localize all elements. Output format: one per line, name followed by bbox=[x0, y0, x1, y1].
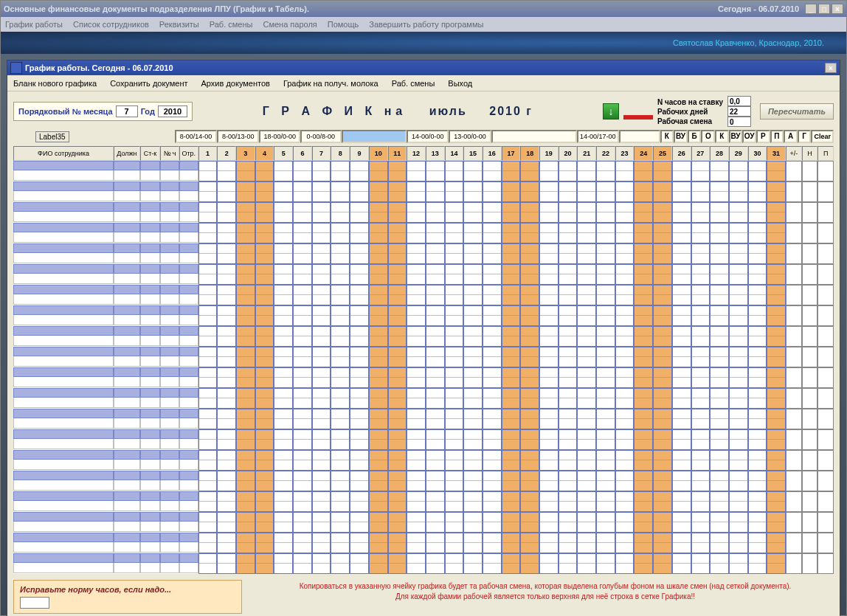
day-cell[interactable] bbox=[463, 553, 483, 574]
day-cell[interactable] bbox=[369, 264, 388, 285]
day-cell[interactable] bbox=[483, 243, 502, 264]
day-cell[interactable] bbox=[426, 161, 445, 181]
day-cell[interactable] bbox=[767, 264, 786, 285]
cell-fio[interactable] bbox=[13, 326, 114, 347]
day-cell[interactable] bbox=[653, 512, 672, 533]
day-cell[interactable] bbox=[274, 326, 293, 347]
day-cell[interactable] bbox=[293, 367, 312, 388]
day-cell[interactable] bbox=[748, 202, 767, 223]
day-cell[interactable] bbox=[463, 512, 483, 533]
outer-menu-item[interactable]: Раб. смены bbox=[210, 20, 253, 29]
day-cell[interactable] bbox=[312, 285, 331, 305]
day-cell[interactable] bbox=[293, 388, 312, 409]
day-cell[interactable] bbox=[483, 367, 502, 388]
code-button-ву[interactable]: ВУ bbox=[729, 130, 743, 143]
day-cell[interactable] bbox=[236, 471, 255, 491]
day-cell[interactable] bbox=[312, 223, 331, 243]
cell-hours[interactable] bbox=[160, 347, 179, 367]
day-cell[interactable] bbox=[388, 285, 407, 305]
day-cell[interactable] bbox=[672, 202, 691, 223]
day-cell[interactable] bbox=[596, 347, 615, 367]
day-cell[interactable] bbox=[672, 367, 691, 388]
day-cell[interactable] bbox=[710, 243, 729, 264]
day-cell[interactable] bbox=[369, 161, 388, 181]
day-cell[interactable] bbox=[520, 409, 539, 429]
day-cell[interactable] bbox=[350, 533, 369, 553]
day-cell[interactable] bbox=[350, 553, 369, 574]
cell-fio[interactable] bbox=[13, 285, 114, 305]
day-cell[interactable] bbox=[539, 409, 559, 429]
day-cell[interactable] bbox=[198, 450, 218, 471]
day-cell[interactable] bbox=[672, 409, 691, 429]
day-cell[interactable] bbox=[407, 471, 426, 491]
day-cell[interactable] bbox=[502, 243, 521, 264]
day-cell[interactable] bbox=[312, 202, 331, 223]
day-cell[interactable] bbox=[615, 223, 635, 243]
cell-dep[interactable] bbox=[179, 202, 198, 223]
day-cell[interactable] bbox=[634, 429, 653, 450]
day-cell[interactable] bbox=[236, 388, 255, 409]
shift-value[interactable] bbox=[727, 117, 751, 127]
day-cell[interactable] bbox=[559, 264, 578, 285]
cell-hours[interactable] bbox=[160, 243, 179, 264]
day-cell[interactable] bbox=[388, 264, 407, 285]
day-cell[interactable] bbox=[198, 326, 218, 347]
day-cell[interactable] bbox=[559, 202, 578, 223]
day-cell[interactable] bbox=[653, 367, 672, 388]
cell-fio[interactable] bbox=[13, 409, 114, 429]
day-cell[interactable] bbox=[388, 553, 407, 574]
day-cell[interactable] bbox=[559, 305, 578, 326]
day-cell[interactable] bbox=[426, 285, 445, 305]
day-cell[interactable] bbox=[255, 409, 274, 429]
day-cell[interactable] bbox=[520, 161, 539, 181]
shift-cell[interactable]: 14-00/0-00 bbox=[407, 130, 449, 143]
day-cell[interactable] bbox=[748, 285, 767, 305]
day-cell[interactable] bbox=[274, 347, 293, 367]
hdr-day-17[interactable]: 17 bbox=[502, 146, 521, 161]
maximize-button[interactable]: □ bbox=[818, 4, 830, 14]
day-cell[interactable] bbox=[217, 202, 236, 223]
day-cell[interactable] bbox=[198, 491, 218, 512]
day-cell[interactable] bbox=[407, 161, 426, 181]
cell-rate[interactable] bbox=[140, 533, 161, 553]
day-cell[interactable] bbox=[483, 305, 502, 326]
day-cell[interactable] bbox=[483, 181, 502, 202]
day-cell[interactable] bbox=[445, 512, 464, 533]
day-cell[interactable] bbox=[426, 512, 445, 533]
day-cell[interactable] bbox=[331, 223, 350, 243]
day-cell[interactable] bbox=[350, 347, 369, 367]
day-cell[interactable] bbox=[236, 512, 255, 533]
day-cell[interactable] bbox=[369, 243, 388, 264]
hdr-day-7[interactable]: 7 bbox=[312, 146, 331, 161]
day-cell[interactable] bbox=[672, 264, 691, 285]
day-cell[interactable] bbox=[350, 161, 369, 181]
day-cell[interactable] bbox=[483, 347, 502, 367]
day-cell[interactable] bbox=[463, 388, 483, 409]
day-cell[interactable] bbox=[463, 409, 483, 429]
day-cell[interactable] bbox=[426, 471, 445, 491]
day-cell[interactable] bbox=[634, 202, 653, 223]
day-cell[interactable] bbox=[217, 553, 236, 574]
day-cell[interactable] bbox=[407, 553, 426, 574]
shift-cell[interactable] bbox=[342, 130, 407, 143]
cell-hours[interactable] bbox=[160, 388, 179, 409]
cell-fio[interactable] bbox=[13, 450, 114, 471]
day-cell[interactable] bbox=[312, 264, 331, 285]
day-cell[interactable] bbox=[748, 533, 767, 553]
hdr-day-25[interactable]: 25 bbox=[653, 146, 672, 161]
day-cell[interactable] bbox=[559, 285, 578, 305]
day-cell[interactable] bbox=[748, 450, 767, 471]
cell-dep[interactable] bbox=[179, 181, 198, 202]
day-cell[interactable] bbox=[445, 367, 464, 388]
day-cell[interactable] bbox=[615, 305, 635, 326]
day-cell[interactable] bbox=[463, 347, 483, 367]
day-cell[interactable] bbox=[596, 409, 615, 429]
day-cell[interactable] bbox=[520, 471, 539, 491]
day-cell[interactable] bbox=[293, 285, 312, 305]
day-cell[interactable] bbox=[577, 429, 596, 450]
day-cell[interactable] bbox=[520, 450, 539, 471]
day-cell[interactable] bbox=[729, 367, 748, 388]
day-cell[interactable] bbox=[274, 202, 293, 223]
day-cell[interactable] bbox=[217, 326, 236, 347]
day-cell[interactable] bbox=[293, 450, 312, 471]
